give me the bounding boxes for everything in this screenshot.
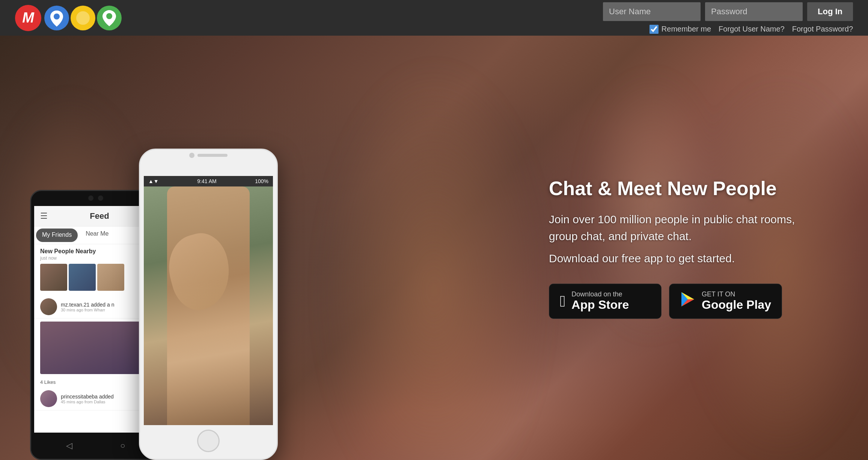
large-photo [40,322,151,374]
android-back-icon[interactable]: ◁ [66,441,72,451]
google-play-icon [680,291,696,311]
forgot-password-link[interactable]: Forgot Password? [792,25,853,33]
activity-text-1: mz.texan.21 added a n 30 mins ago from W… [61,302,114,312]
tab-near-me[interactable]: Near Me [80,227,115,244]
iphone: ▲▼ 9:41 AM 100% [139,149,278,460]
iphone-top-notch [189,153,228,158]
feed-title: Feed [90,211,109,221]
android-sensor [98,195,103,201]
store-buttons:  Download on the App Store G [549,283,812,319]
header-inputs: Log In [603,2,853,21]
status-battery: 100% [255,178,268,184]
app-store-button[interactable]:  Download on the App Store [549,283,662,319]
photo-3 [97,264,124,291]
app-store-large-text: App Store [571,297,629,311]
header-right: Log In Remember me Forgot User Name? For… [603,2,853,34]
content-area: Chat & Meet New People Join over 100 mil… [549,177,812,319]
activity-time-1: 30 mins ago from Wharr [61,308,114,312]
google-play-large-text: Google Play [702,297,771,311]
status-time: 9:41 AM [197,178,216,184]
photo-2 [69,264,96,291]
iphone-status-bar: ▲▼ 9:41 AM 100% [144,176,273,186]
google-play-text: GET IT ON Google Play [702,290,771,311]
activity-time-2: 45 mins ago from Dallas [61,400,114,404]
remember-checkbox[interactable] [649,25,659,34]
logo-blue-pin [44,5,70,31]
apple-icon:  [560,292,565,310]
password-input[interactable] [705,2,803,21]
hero-title: Chat & Meet New People [549,177,812,199]
remember-label: Remember me [662,25,711,33]
logo: M [15,5,122,31]
header-links: Remember me Forgot User Name? Forgot Pas… [649,25,853,34]
activity-username-2: princessitabeba added [61,394,114,400]
activity-text-2: princessitabeba added 45 mins ago from D… [61,394,114,404]
avatar-1 [40,298,57,315]
svg-point-3 [76,11,90,25]
svg-point-5 [106,13,112,19]
iphone-camera [189,153,194,158]
status-signal: ▲▼ [148,178,159,184]
google-play-small-text: GET IT ON [702,290,771,297]
tab-my-friends[interactable]: My Friends [36,228,78,242]
logo-m: M [15,5,41,31]
activity-username-1: mz.texan.21 added a n [61,302,114,308]
app-store-text: Download on the App Store [571,290,629,311]
hamburger-icon: ☰ [40,211,48,221]
photo-placeholder-3 [97,264,124,291]
forgot-username-link[interactable]: Forgot User Name? [719,25,785,33]
hero-section: ☰ Feed My Friends Near Me New People Nea… [0,36,868,460]
username-input[interactable] [603,2,701,21]
svg-point-1 [54,14,60,20]
avatar-2 [40,390,57,407]
iphone-speaker [197,154,228,157]
android-camera-front [88,195,93,201]
photo-1 [40,264,67,291]
google-play-button[interactable]: GET IT ON Google Play [669,283,782,319]
logo-yellow-circle [70,5,96,31]
hero-cta: Download our free app to get started. [549,252,812,265]
iphone-screen: ▲▼ 9:41 AM 100% [144,176,273,425]
hero-description: Join over 100 million people in public c… [549,210,812,244]
iphone-home-button[interactable] [197,430,220,452]
iphone-photo [144,186,273,425]
android-top-hardware [88,195,103,201]
logo-green-pin [96,5,122,31]
app-store-small-text: Download on the [571,290,629,297]
login-button[interactable]: Log In [807,2,853,21]
photo-placeholder-1 [40,264,67,291]
remember-area: Remember me [649,25,711,34]
header: M Log In Remember me [0,0,868,36]
photo-placeholder-2 [69,264,96,291]
android-home-icon[interactable]: ○ [120,441,125,451]
phones-area: ☰ Feed My Friends Near Me New People Nea… [30,122,293,460]
